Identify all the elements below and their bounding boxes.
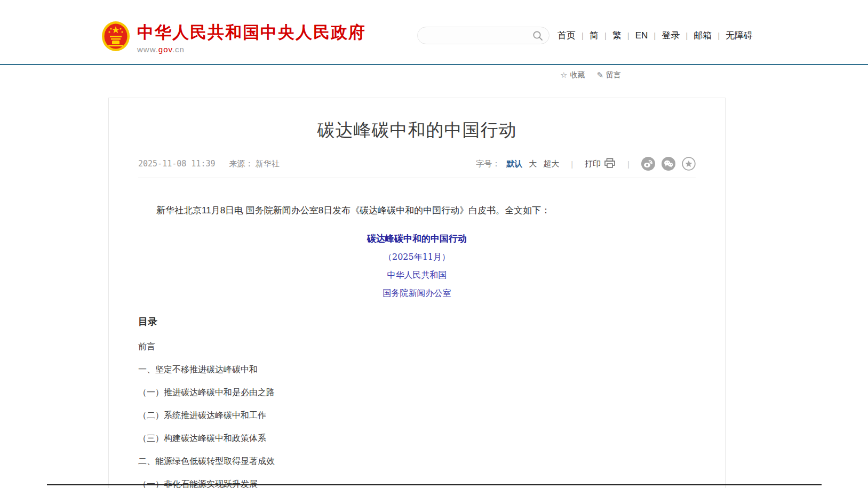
source: 来源： 新华社 [229, 159, 280, 169]
article-body: 新华社北京11月8日电 国务院新闻办公室8日发布《碳达峰碳中和的中国行动》白皮书… [138, 204, 696, 488]
url-cn: .cn [172, 45, 185, 54]
site-logo[interactable]: 中华人民共和国中央人民政府 www.gov.cn [101, 21, 366, 54]
nav-home[interactable]: 首页 [558, 29, 576, 42]
weibo-icon[interactable] [641, 157, 655, 171]
print-button[interactable]: 打印 [585, 158, 616, 170]
toc-item-2: 二、能源绿色低碳转型取得显著成效 [138, 457, 696, 466]
star-icon: ☆ [560, 70, 567, 80]
nav-accessibility[interactable]: 无障碍 [726, 29, 753, 42]
nav-separator: | [654, 31, 656, 40]
toc-item-1-1: （一）推进碳达峰碳中和是必由之路 [138, 388, 696, 397]
document-title: 碳达峰碳中和的中国行动 [138, 233, 696, 245]
nav-login[interactable]: 登录 [662, 29, 680, 42]
top-nav: 首页 | 简 | 繁 | EN | 登录 | 邮箱 | 无障碍 [558, 29, 753, 42]
favorite-button[interactable]: ☆ 收藏 [560, 70, 585, 80]
search-input[interactable] [426, 28, 530, 43]
toc-item-1: 一、坚定不移推进碳达峰碳中和 [138, 365, 696, 374]
url-www: www. [137, 45, 158, 54]
national-emblem-icon [101, 21, 130, 52]
nav-separator: | [604, 31, 607, 40]
document-org-country: 中华人民共和国 [138, 270, 696, 281]
nav-english[interactable]: EN [635, 30, 648, 41]
nav-separator: | [582, 31, 584, 40]
utility-bar: ☆ 收藏 ✎ 留言 [560, 70, 621, 80]
font-size-default-button[interactable]: 默认 [506, 159, 522, 169]
print-label: 打印 [585, 159, 601, 169]
site-header: 中华人民共和国中央人民政府 www.gov.cn 首页 | 简 | 繁 | EN… [0, 0, 868, 65]
source-value: 新华社 [256, 159, 280, 168]
printer-icon [604, 158, 616, 170]
document-org-office: 国务院新闻办公室 [138, 288, 696, 299]
site-url: www.gov.cn [137, 45, 366, 54]
font-size-xlarge-button[interactable]: 超大 [543, 159, 559, 169]
article-title: 碳达峰碳中和的中国行动 [130, 121, 704, 140]
article-meta-bar: 2025-11-08 11:39 来源： 新华社 字号： 默认 大 超大 | 打… [138, 157, 696, 178]
comment-label: 留言 [606, 70, 621, 80]
meta-separator: | [571, 159, 573, 169]
nav-simplified[interactable]: 简 [590, 29, 599, 42]
wechat-icon[interactable] [662, 157, 675, 171]
nav-traditional[interactable]: 繁 [612, 29, 622, 42]
document-date: （2025年11月） [138, 252, 696, 263]
nav-separator: | [627, 31, 630, 40]
font-size-label: 字号： [476, 159, 500, 169]
font-size-large-button[interactable]: 大 [529, 159, 537, 169]
toc-heading: 目录 [138, 315, 696, 328]
share-star-icon[interactable] [682, 157, 696, 171]
toc-item-1-2: （二）系统推进碳达峰碳中和工作 [138, 411, 696, 420]
article-card: 碳达峰碳中和的中国行动 2025-11-08 11:39 来源： 新华社 字号：… [108, 98, 726, 488]
publish-date: 2025-11-08 11:39 [138, 159, 216, 169]
search-box[interactable] [417, 27, 550, 44]
nav-separator: | [718, 31, 720, 40]
meta-separator: | [627, 159, 630, 169]
source-label: 来源： [229, 159, 253, 168]
nav-mail[interactable]: 邮箱 [694, 29, 712, 42]
search-icon[interactable] [532, 30, 543, 43]
comment-button[interactable]: ✎ 留言 [596, 70, 621, 80]
url-gov: gov [158, 45, 172, 54]
site-title: 中华人民共和国中央人民政府 [137, 24, 366, 41]
meta-left: 2025-11-08 11:39 来源： 新华社 [138, 159, 280, 169]
toc-item-preface: 前言 [138, 342, 696, 351]
lead-paragraph: 新华社北京11月8日电 国务院新闻办公室8日发布《碳达峰碳中和的中国行动》白皮书… [138, 204, 696, 218]
nav-separator: | [686, 31, 688, 40]
bottom-border-line [47, 484, 822, 485]
logo-text: 中华人民共和国中央人民政府 www.gov.cn [137, 21, 366, 54]
meta-right: 字号： 默认 大 超大 | 打印 | [476, 157, 696, 171]
pencil-icon: ✎ [596, 70, 603, 80]
favorite-label: 收藏 [570, 70, 585, 80]
toc-item-1-3: （三）构建碳达峰碳中和政策体系 [138, 434, 696, 443]
